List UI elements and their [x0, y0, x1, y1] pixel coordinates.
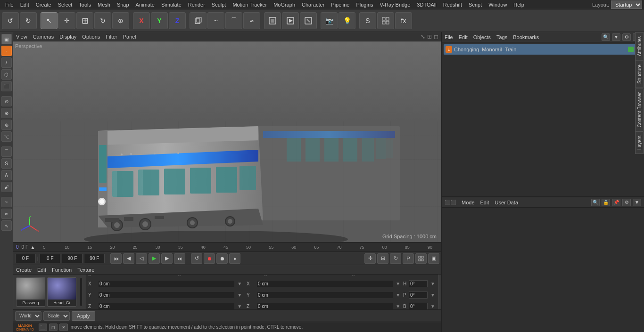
- attr-menu-edit[interactable]: Edit: [480, 200, 489, 205]
- palette-points[interactable]: ·: [1, 46, 12, 56]
- menu-script[interactable]: Script: [465, 1, 485, 8]
- menu-plugins[interactable]: Plugins: [353, 1, 376, 8]
- record-auto-button[interactable]: ⏺: [216, 253, 228, 264]
- tab-structure[interactable]: Structure: [635, 60, 644, 88]
- coord-z-scale-arrow[interactable]: ▼: [395, 304, 401, 309]
- spline-button[interactable]: ~: [207, 12, 224, 29]
- move-tool-button[interactable]: ✛: [58, 12, 75, 29]
- menu-snap[interactable]: Snap: [114, 1, 132, 8]
- grid-button[interactable]: [377, 12, 394, 29]
- tab-attributes[interactable]: Attributes: [635, 32, 644, 60]
- coord-b[interactable]: [409, 303, 428, 309]
- layout-select[interactable]: Startup: [611, 0, 642, 9]
- z-axis-button[interactable]: Z: [169, 12, 186, 29]
- play-reverse-button[interactable]: ◁: [136, 253, 147, 264]
- coord-z-pos[interactable]: [99, 303, 234, 309]
- mat-menu-function[interactable]: Function: [52, 267, 72, 273]
- menu-help[interactable]: Help: [510, 1, 528, 8]
- status-icon-1[interactable]: ⬛: [39, 324, 47, 331]
- mat-menu-texture[interactable]: Texture: [77, 267, 94, 273]
- render-region-button[interactable]: [264, 12, 281, 29]
- menu-vray[interactable]: V-Ray Bridge: [377, 1, 414, 8]
- viewport-menu-display[interactable]: Display: [59, 34, 76, 40]
- objmgr-menu-tags[interactable]: Tags: [496, 34, 507, 40]
- material-headgi[interactable]: Head_Gi: [47, 277, 76, 307]
- menu-animate[interactable]: Animate: [132, 1, 158, 8]
- light-button[interactable]: 💡: [339, 12, 355, 29]
- menu-tools[interactable]: Tools: [75, 1, 94, 8]
- menu-edit[interactable]: Edit: [17, 1, 33, 8]
- tab-layers[interactable]: Layers: [635, 131, 644, 154]
- mat-menu-edit[interactable]: Edit: [37, 267, 46, 273]
- menu-create[interactable]: Create: [33, 1, 55, 8]
- palette-uvw[interactable]: ⬛: [1, 81, 12, 91]
- palette-bend[interactable]: ⌒: [1, 146, 12, 157]
- select-tool-button[interactable]: ↖: [41, 12, 58, 29]
- status-icon-3[interactable]: ✕: [59, 324, 68, 331]
- coord-b-arrow[interactable]: ▼: [429, 304, 436, 309]
- menu-motion-tracker[interactable]: Motion Tracker: [229, 1, 270, 8]
- palette-attr5[interactable]: A: [1, 170, 12, 180]
- x-axis-button[interactable]: X: [133, 12, 150, 29]
- menu-pipeline[interactable]: Pipeline: [328, 1, 353, 8]
- fx-button[interactable]: fx: [395, 12, 412, 29]
- goto-start-button[interactable]: ⏮: [110, 253, 122, 264]
- palette-tool2[interactable]: ⊗: [1, 108, 12, 118]
- coord-y-pos[interactable]: [99, 292, 234, 298]
- coord-y-scale[interactable]: [257, 292, 393, 298]
- viewport-menu-view[interactable]: View: [16, 34, 27, 40]
- apply-button[interactable]: Apply: [72, 311, 95, 321]
- step-frame-input[interactable]: [84, 254, 105, 263]
- palette-paint[interactable]: 🖌: [1, 182, 12, 192]
- nurbs-button[interactable]: ⌒: [225, 12, 242, 29]
- viewport-menu-options[interactable]: Options: [82, 34, 100, 40]
- end-frame-input[interactable]: [62, 254, 83, 263]
- coord-p-arrow[interactable]: ▼: [429, 292, 436, 298]
- frame-prev-button[interactable]: ◀: [123, 253, 134, 264]
- obj-row-train[interactable]: L Chongqing_Monorail_Train: [444, 44, 642, 55]
- attrmgr-arrow-btn[interactable]: ▼: [633, 199, 641, 206]
- start-frame-input[interactable]: [40, 254, 60, 263]
- coord-x-scale[interactable]: [257, 281, 393, 287]
- palette-tool1[interactable]: ⊙: [1, 96, 12, 106]
- objmgr-menu-bookmarks[interactable]: Bookmarks: [513, 34, 539, 40]
- palette-edges[interactable]: /: [1, 57, 12, 68]
- palette-polygons[interactable]: ⬡: [1, 69, 12, 80]
- palette-tool4[interactable]: ⌥: [1, 131, 12, 142]
- viewport-menu-panel[interactable]: Panel: [123, 34, 136, 40]
- timeline-ruler[interactable]: 0 5 10 15 20 25 30 35 40 45 50 55 60 65 …: [13, 242, 441, 251]
- coord-p[interactable]: [409, 292, 428, 299]
- palette-sym[interactable]: S: [1, 158, 12, 169]
- viewport-icon-camera[interactable]: ◻: [434, 33, 438, 40]
- render-view-button[interactable]: [282, 12, 299, 29]
- key-button[interactable]: ♦: [229, 253, 240, 264]
- coord-system-select[interactable]: World: [15, 311, 41, 321]
- coord-x-scale-arrow[interactable]: ▼: [395, 281, 401, 286]
- objmgr-menu-edit[interactable]: Edit: [459, 34, 468, 40]
- attrmgr-settings-btn[interactable]: ⚙: [622, 199, 631, 206]
- snap-playback-btn[interactable]: P: [403, 253, 414, 264]
- palette-sculpt3[interactable]: ∿: [1, 220, 12, 231]
- attr-menu-userdata[interactable]: User Data: [495, 200, 519, 205]
- record-button[interactable]: ⏺: [204, 253, 215, 264]
- attr-menu-mode[interactable]: Mode: [462, 200, 475, 205]
- menu-select[interactable]: Select: [55, 1, 76, 8]
- menu-file[interactable]: File: [2, 1, 17, 8]
- attrmgr-search-btn[interactable]: 🔍: [591, 199, 600, 206]
- loop-button[interactable]: ↺: [191, 253, 202, 264]
- scale-tool-button[interactable]: ⊞: [76, 12, 93, 29]
- menu-simulate[interactable]: Simulate: [158, 1, 185, 8]
- undo-button[interactable]: ↺: [2, 12, 19, 29]
- viewport-3d[interactable]: Perspective: [13, 41, 441, 242]
- attrmgr-lock-btn[interactable]: 🔒: [602, 199, 610, 206]
- objmgr-menu-file[interactable]: File: [445, 34, 453, 40]
- objmgr-search-btn[interactable]: 🔍: [602, 33, 610, 41]
- render-button[interactable]: [300, 12, 317, 29]
- objmgr-menu-objects[interactable]: Objects: [473, 34, 491, 40]
- viewport-menu-cameras[interactable]: Cameras: [33, 34, 54, 40]
- obj-dot-green[interactable]: [628, 47, 634, 52]
- frame-next-button[interactable]: ▶: [161, 253, 173, 264]
- coord-z-scale[interactable]: [257, 303, 393, 309]
- menu-render[interactable]: Render: [185, 1, 208, 8]
- menu-3dtoall[interactable]: 3DTOAll: [413, 1, 439, 8]
